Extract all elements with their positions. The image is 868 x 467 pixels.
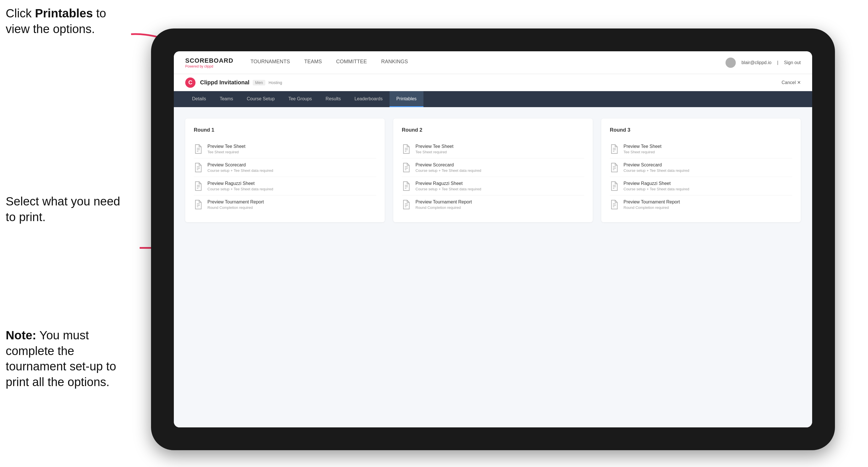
tournament-name: Clippd Invitational	[200, 79, 249, 86]
round3-tee-sheet[interactable]: Preview Tee Sheet Tee Sheet required	[610, 140, 792, 158]
round2-tee-sheet-title: Preview Tee Sheet	[415, 144, 454, 149]
round-3-title: Round 3	[610, 127, 792, 133]
tab-teams[interactable]: Teams	[213, 91, 240, 107]
round2-raguzzi-title: Preview Raguzzi Sheet	[415, 181, 481, 186]
document-icon	[610, 199, 619, 210]
round3-scorecard-sub: Course setup + Tee Sheet data required	[623, 168, 689, 173]
logo-title: SCOREBOARD	[185, 57, 234, 64]
round3-report-title: Preview Tournament Report	[623, 199, 680, 205]
round2-tee-sheet-sub: Tee Sheet required	[415, 150, 454, 154]
logo-sub: Powered by clippd	[185, 64, 234, 68]
document-icon	[610, 144, 619, 154]
round-1-title: Round 1	[194, 127, 376, 133]
round1-scorecard-sub: Course setup + Tee Sheet data required	[208, 168, 273, 173]
hosting-badge: Hosting	[269, 80, 282, 85]
nav-committee[interactable]: COMMITTEE	[336, 59, 367, 66]
round1-report-sub: Round Completion required	[208, 206, 264, 210]
round1-scorecard[interactable]: Preview Scorecard Course setup + Tee She…	[194, 158, 376, 177]
round2-raguzzi-sub: Course setup + Tee Sheet data required	[415, 187, 481, 191]
round2-report-title: Preview Tournament Report	[415, 199, 472, 205]
sub-header: C Clippd Invitational Men Hosting Cancel…	[174, 74, 812, 91]
round3-tee-sheet-title: Preview Tee Sheet	[623, 144, 661, 149]
round2-tee-sheet[interactable]: Preview Tee Sheet Tee Sheet required	[402, 140, 584, 158]
round2-tournament-report[interactable]: Preview Tournament Report Round Completi…	[402, 195, 584, 214]
round3-raguzzi-sub: Course setup + Tee Sheet data required	[623, 187, 689, 191]
document-icon	[194, 144, 203, 154]
round1-raguzzi-sub: Course setup + Tee Sheet data required	[208, 187, 273, 191]
round2-report-sub: Round Completion required	[415, 206, 472, 210]
user-avatar	[725, 58, 736, 68]
instruction-bottom: Note: You must complete the tournament s…	[6, 328, 125, 390]
document-icon	[194, 181, 203, 191]
round-1-section: Round 1 Preview Tee Sheet Tee Sheet requ…	[185, 119, 385, 222]
tab-tee-groups[interactable]: Tee Groups	[282, 91, 319, 107]
tab-details[interactable]: Details	[185, 91, 213, 107]
tournament-logo-icon: C	[185, 77, 195, 88]
top-nav-links: TOURNAMENTS TEAMS COMMITTEE RANKINGS	[250, 59, 725, 66]
nav-tournaments[interactable]: TOURNAMENTS	[250, 59, 290, 66]
round2-raguzzi[interactable]: Preview Raguzzi Sheet Course setup + Tee…	[402, 177, 584, 195]
instruction-top: Click Printables to view the options.	[6, 6, 125, 37]
tournament-badge: Men	[253, 80, 265, 86]
tab-results[interactable]: Results	[319, 91, 348, 107]
nav-rankings[interactable]: RANKINGS	[381, 59, 408, 66]
round1-tournament-report[interactable]: Preview Tournament Report Round Completi…	[194, 195, 376, 214]
separator: |	[777, 60, 778, 65]
round1-tee-sheet-title: Preview Tee Sheet	[208, 144, 245, 149]
instruction-middle: Select what you need to print.	[6, 194, 125, 225]
document-icon	[610, 181, 619, 191]
document-icon	[402, 199, 411, 210]
document-icon	[194, 162, 203, 173]
tab-bar: Details Teams Course Setup Tee Groups Re…	[174, 91, 812, 107]
document-icon	[402, 144, 411, 154]
round-3-section: Round 3 Preview Tee Sheet Tee Sheet requ…	[601, 119, 801, 222]
round-2-section: Round 2 Preview Tee Sheet Tee Sheet requ…	[393, 119, 593, 222]
scoreboard-logo: SCOREBOARD Powered by clippd	[185, 57, 234, 68]
round1-scorecard-title: Preview Scorecard	[208, 162, 273, 167]
round3-raguzzi[interactable]: Preview Raguzzi Sheet Course setup + Tee…	[610, 177, 792, 195]
tab-printables[interactable]: Printables	[390, 91, 424, 107]
nav-teams[interactable]: TEAMS	[304, 59, 322, 66]
top-nav-right: blair@clippd.io | Sign out	[725, 58, 801, 68]
document-icon	[402, 162, 411, 173]
round3-report-sub: Round Completion required	[623, 206, 680, 210]
tablet-frame: SCOREBOARD Powered by clippd TOURNAMENTS…	[151, 29, 835, 450]
top-nav: SCOREBOARD Powered by clippd TOURNAMENTS…	[174, 51, 812, 74]
sign-out-link[interactable]: Sign out	[784, 60, 801, 65]
document-icon	[402, 181, 411, 191]
round1-tee-sheet-sub: Tee Sheet required	[208, 150, 245, 154]
round-2-title: Round 2	[402, 127, 584, 133]
round1-raguzzi[interactable]: Preview Raguzzi Sheet Course setup + Tee…	[194, 177, 376, 195]
round2-scorecard[interactable]: Preview Scorecard Course setup + Tee She…	[402, 158, 584, 177]
round1-raguzzi-title: Preview Raguzzi Sheet	[208, 181, 273, 186]
round2-scorecard-title: Preview Scorecard	[415, 162, 481, 167]
round3-tournament-report[interactable]: Preview Tournament Report Round Completi…	[610, 195, 792, 214]
round3-scorecard[interactable]: Preview Scorecard Course setup + Tee She…	[610, 158, 792, 177]
tab-leaderboards[interactable]: Leaderboards	[348, 91, 390, 107]
user-email: blair@clippd.io	[742, 60, 771, 65]
round3-raguzzi-title: Preview Raguzzi Sheet	[623, 181, 689, 186]
round2-scorecard-sub: Course setup + Tee Sheet data required	[415, 168, 481, 173]
cancel-button[interactable]: Cancel ✕	[782, 80, 801, 85]
tab-course-setup[interactable]: Course Setup	[240, 91, 282, 107]
tablet-screen: SCOREBOARD Powered by clippd TOURNAMENTS…	[174, 51, 812, 427]
round1-tee-sheet[interactable]: Preview Tee Sheet Tee Sheet required	[194, 140, 376, 158]
document-icon	[194, 199, 203, 210]
round3-tee-sheet-sub: Tee Sheet required	[623, 150, 661, 154]
round1-report-title: Preview Tournament Report	[208, 199, 264, 205]
round3-scorecard-title: Preview Scorecard	[623, 162, 689, 167]
rounds-grid: Round 1 Preview Tee Sheet Tee Sheet requ…	[185, 119, 801, 222]
main-content: Round 1 Preview Tee Sheet Tee Sheet requ…	[174, 107, 812, 427]
document-icon	[610, 162, 619, 173]
